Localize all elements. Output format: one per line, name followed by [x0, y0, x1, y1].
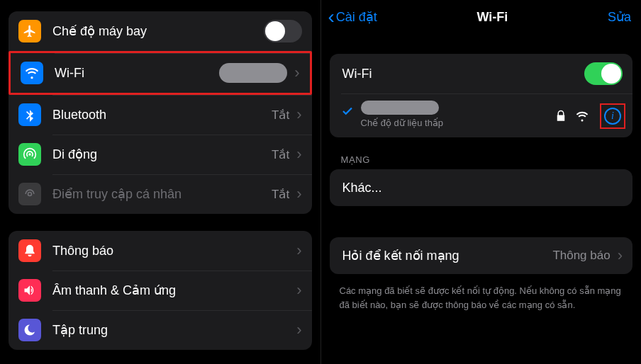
chevron-right-icon: › [294, 65, 299, 81]
row-wifi-toggle[interactable]: Wi-Fi [330, 54, 633, 93]
sounds-icon [18, 279, 41, 302]
row-focus[interactable]: Tập trung › [9, 310, 312, 350]
row-value: Tắt [272, 108, 289, 123]
chevron-right-icon: › [618, 248, 623, 263]
chevron-right-icon: › [296, 107, 301, 123]
airplane-icon [18, 20, 41, 42]
info-button[interactable]: i [604, 108, 621, 125]
row-label: Chế độ máy bay [52, 23, 264, 39]
nav-bar: ‹ Cài đặt Wi-Fi Sửa [321, 0, 642, 33]
row-label: Bluetooth [52, 108, 272, 123]
row-airplane-mode[interactable]: Chế độ máy bay [9, 11, 312, 51]
lock-icon [554, 110, 567, 123]
row-cellular[interactable]: Di động Tắt › [9, 135, 312, 174]
focus-icon [18, 319, 41, 341]
settings-group-notifications: Thông báo › Âm thanh & Cảm ứng › Tập tru… [9, 231, 312, 350]
back-label: Cài đặt [336, 9, 377, 25]
wifi-detail-pane: ‹ Cài đặt Wi-Fi Sửa Wi-Fi Chế độ dữ liệu… [321, 0, 642, 364]
networks-group: Khác... [330, 169, 633, 206]
row-sounds[interactable]: Âm thanh & Cảm ứng › [9, 271, 312, 310]
network-name-redacted [361, 101, 439, 115]
wifi-value-redacted [219, 63, 287, 83]
network-subtitle: Chế độ dữ liệu thấp [361, 118, 555, 128]
settings-group-connectivity: Chế độ máy bay Wi-Fi › Bluetooth Tắt › D… [9, 11, 312, 214]
row-value: Tắt [272, 147, 289, 162]
bluetooth-icon [18, 103, 41, 126]
chevron-right-icon: › [296, 147, 301, 162]
row-notifications[interactable]: Thông báo › [9, 231, 312, 271]
row-label: Tập trung [52, 322, 294, 338]
wifi-signal-icon [576, 110, 589, 123]
ask-value: Thông báo [552, 249, 610, 263]
chevron-right-icon: › [296, 283, 301, 298]
ask-to-join-group: Hỏi để kết nối mạng Thông báo › [330, 237, 633, 274]
checkmark-icon [341, 105, 354, 120]
airplane-toggle[interactable] [264, 20, 302, 42]
settings-list-pane: Chế độ máy bay Wi-Fi › Bluetooth Tắt › D… [0, 0, 321, 364]
wifi-toggle-label: Wi-Fi [342, 67, 585, 81]
cellular-icon [18, 143, 41, 166]
network-name-col: Chế độ dữ liệu thấp [361, 101, 555, 128]
other-label: Khác... [342, 181, 623, 195]
wifi-icon [21, 62, 43, 84]
back-button[interactable]: ‹ Cài đặt [328, 7, 377, 27]
ask-footer-note: Các mạng đã biết sẽ được kết nối tự động… [321, 278, 642, 312]
row-label: Điểm truy cập cá nhân [52, 186, 272, 202]
wifi-main-group: Wi-Fi Chế độ dữ liệu thấp i [330, 54, 633, 137]
chevron-right-icon: › [296, 322, 301, 338]
row-ask-to-join[interactable]: Hỏi để kết nối mạng Thông báo › [330, 237, 633, 274]
row-label: Di động [52, 147, 272, 162]
row-other-network[interactable]: Khác... [330, 169, 633, 206]
chevron-right-icon: › [296, 186, 301, 202]
ask-label: Hỏi để kết nối mạng [342, 248, 553, 263]
row-value: Tắt [272, 187, 289, 202]
hotspot-icon [18, 183, 41, 205]
wifi-toggle[interactable] [584, 62, 623, 85]
chevron-left-icon: ‹ [328, 7, 335, 27]
row-bluetooth[interactable]: Bluetooth Tắt › [9, 95, 312, 135]
row-label: Âm thanh & Cảm ứng [52, 283, 294, 298]
network-status-icons: i [554, 103, 625, 129]
notifications-icon [18, 239, 41, 262]
row-label: Wi-Fi [55, 66, 219, 81]
row-label: Thông báo [52, 244, 294, 258]
networks-header: MẠNG [321, 154, 642, 169]
page-title: Wi-Fi [377, 10, 608, 25]
row-connected-network[interactable]: Chế độ dữ liệu thấp i [330, 93, 633, 137]
row-wifi[interactable]: Wi-Fi › [9, 51, 312, 95]
info-button-highlight: i [600, 103, 625, 129]
chevron-right-icon: › [296, 243, 301, 258]
row-hotspot[interactable]: Điểm truy cập cá nhân Tắt › [9, 174, 312, 214]
edit-button[interactable]: Sửa [608, 9, 631, 25]
